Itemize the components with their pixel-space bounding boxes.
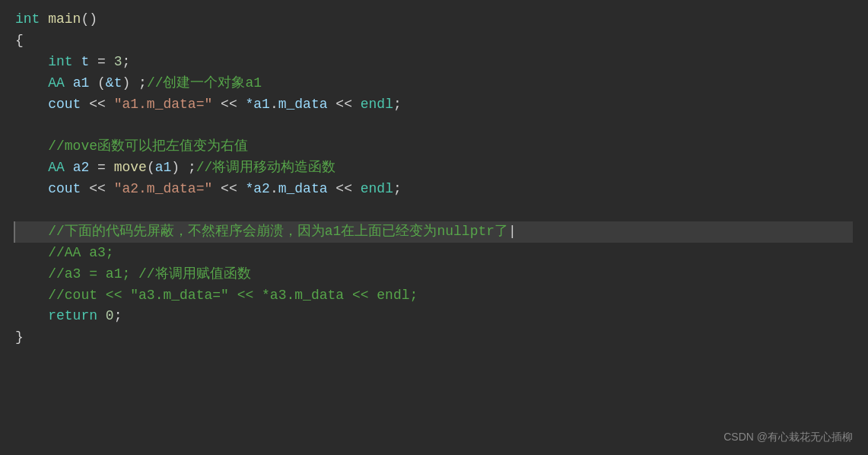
code-token: [15, 179, 48, 200]
code-token: m_data: [278, 179, 328, 200]
code-token: [15, 158, 48, 179]
code-token: [15, 52, 48, 73]
code-token: return: [48, 306, 97, 327]
code-token: &t: [106, 73, 122, 94]
code-token: (: [89, 73, 106, 94]
code-token: m_data: [278, 94, 328, 116]
code-token: [73, 52, 81, 73]
code-token: a1: [155, 158, 172, 179]
code-token: *a2: [246, 179, 270, 200]
code-line: AA a1 (&t) ;//创建一个对象a1: [15, 73, 853, 94]
code-token: [65, 73, 73, 94]
code-token: ;: [393, 94, 402, 116]
code-token: =: [89, 158, 113, 179]
code-token: //cout << "a3.m_data=" << *a3.m_data << …: [48, 285, 418, 307]
code-token: ;: [122, 52, 130, 73]
code-token: (): [81, 9, 97, 30]
code-token: //a3 = a1; //将调用赋值函数: [48, 264, 250, 285]
code-token: //下面的代码先屏蔽，不然程序会崩溃，因为a1在上面已经变为nullptr了: [48, 221, 508, 243]
code-token: [15, 285, 48, 307]
code-line: int t = 3;: [15, 52, 853, 73]
code-line: int main(): [15, 9, 853, 30]
code-token: "a1.m_data=": [114, 94, 213, 116]
code-token: //将调用移动构造函数: [196, 158, 336, 179]
code-token: a1: [73, 73, 90, 94]
code-token: *a1: [246, 94, 270, 116]
code-token: }: [15, 327, 24, 348]
code-token: ;: [393, 179, 402, 200]
code-token: move: [114, 158, 147, 179]
code-token: [15, 243, 48, 264]
code-token: [40, 9, 48, 30]
code-token: cout: [48, 94, 81, 116]
code-token: <<: [328, 179, 361, 200]
code-token: <<: [212, 179, 245, 200]
code-token: [15, 264, 48, 285]
code-token: a2: [73, 158, 90, 179]
code-token: //创建一个对象a1: [147, 73, 262, 94]
code-token: .: [270, 94, 278, 116]
code-token: [15, 221, 48, 243]
code-line: //move函数可以把左值变为右值: [15, 136, 853, 158]
code-token: main: [48, 9, 81, 30]
watermark: CSDN @有心栽花无心插柳: [723, 429, 853, 446]
code-line: [15, 115, 853, 136]
code-token: 3: [114, 52, 122, 73]
code-token: int: [48, 52, 72, 73]
code-token: [15, 73, 48, 94]
code-token: <<: [212, 94, 245, 116]
code-token: AA: [48, 158, 65, 179]
code-token: [15, 94, 48, 116]
code-line: //AA a3;: [15, 243, 853, 264]
code-token: endl: [361, 94, 393, 116]
code-line: [15, 200, 853, 221]
code-token: 0: [106, 306, 114, 327]
code-token: (: [147, 158, 155, 179]
code-token: cout: [48, 179, 81, 200]
code-token: <<: [81, 179, 113, 200]
code-line: cout << "a2.m_data=" << *a2.m_data << en…: [15, 179, 853, 200]
code-token: [15, 306, 48, 327]
code-line: //下面的代码先屏蔽，不然程序会崩溃，因为a1在上面已经变为nullptr了|: [14, 221, 853, 243]
code-token: |: [508, 221, 517, 243]
code-line: }: [15, 327, 853, 348]
code-token: [15, 136, 48, 158]
code-line: cout << "a1.m_data=" << *a1.m_data << en…: [15, 94, 853, 116]
code-token: endl: [361, 179, 393, 200]
code-token: {: [15, 30, 24, 52]
code-token: t: [81, 52, 89, 73]
code-line: return 0;: [15, 306, 853, 327]
code-token: int: [15, 9, 40, 30]
code-token: [65, 158, 73, 179]
code-token: ) ;: [171, 158, 196, 179]
code-token: <<: [328, 94, 361, 116]
code-token: =: [89, 52, 113, 73]
code-block: int main(){ int t = 3; AA a1 (&t) ;//创建一…: [15, 9, 853, 348]
code-editor: int main(){ int t = 3; AA a1 (&t) ;//创建一…: [0, 0, 868, 455]
code-token: AA: [48, 73, 65, 94]
code-token: ;: [114, 306, 122, 327]
code-token: //AA a3;: [48, 243, 113, 264]
code-line: //cout << "a3.m_data=" << *a3.m_data << …: [15, 285, 853, 307]
code-token: [97, 306, 106, 327]
code-token: "a2.m_data=": [114, 179, 213, 200]
code-token: //move函数可以把左值变为右值: [48, 136, 248, 158]
code-line: //a3 = a1; //将调用赋值函数: [15, 264, 853, 285]
code-line: AA a2 = move(a1) ;//将调用移动构造函数: [15, 158, 853, 179]
code-line: {: [15, 30, 853, 52]
code-token: <<: [81, 94, 113, 116]
code-token: .: [270, 179, 278, 200]
code-token: ) ;: [122, 73, 146, 94]
